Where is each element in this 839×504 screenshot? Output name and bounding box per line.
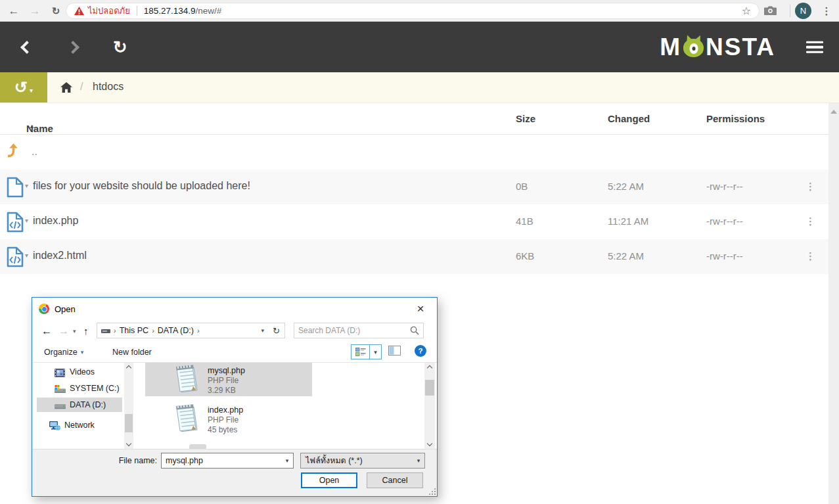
chrome-icon xyxy=(39,304,49,314)
file-tile-size: 3.29 KB xyxy=(208,386,245,396)
column-changed[interactable]: Changed xyxy=(608,113,650,124)
row-menu-icon[interactable]: ⋮ xyxy=(805,250,815,262)
file-tile-mysql[interactable]: mysql.php PHP File 3.29 KB xyxy=(145,363,312,396)
camera-icon[interactable] xyxy=(764,5,777,18)
sidebar-item-videos[interactable]: Videos xyxy=(37,365,122,379)
row-caret-icon[interactable]: ▾ xyxy=(25,252,28,259)
home-breadcrumb-icon[interactable] xyxy=(60,82,72,95)
breadcrumb-folder[interactable]: htdocs xyxy=(93,81,124,93)
table-row[interactable]: ▾ index.php 41B 11:21 AM -rw-r--r-- ⋮ xyxy=(0,204,828,239)
search-icon xyxy=(410,326,419,335)
browser-forward-icon[interactable]: → xyxy=(26,0,43,22)
open-button[interactable]: Open xyxy=(301,472,357,488)
combo-caret-icon[interactable]: ▾ xyxy=(413,457,424,464)
table-row-up[interactable]: .. xyxy=(0,135,828,170)
table-row[interactable]: ▾ index2.html 6KB 5:22 AM -rw-r--r-- ⋮ xyxy=(0,239,828,274)
preview-pane-icon[interactable] xyxy=(388,346,401,357)
sidebar-scrollbar[interactable] xyxy=(124,363,133,449)
file-name[interactable]: index.php xyxy=(33,215,78,227)
organize-button[interactable]: Organize ▾ xyxy=(44,342,83,362)
scrollbar-thumb[interactable] xyxy=(425,380,434,396)
row-menu-icon[interactable]: ⋮ xyxy=(805,181,815,193)
file-name-input[interactable] xyxy=(162,456,281,465)
hamburger-menu-icon[interactable] xyxy=(806,38,823,56)
file-name[interactable]: index2.html xyxy=(33,250,87,262)
address-bar[interactable]: ไม่ปลอดภัย 185.27.134.9/new/# ☆ xyxy=(66,3,760,19)
monsta-logo-suffix: NSTA xyxy=(706,34,775,61)
file-permissions: -rw-r--r-- xyxy=(706,250,743,262)
scrollbar-thumb[interactable] xyxy=(125,414,133,432)
history-dropdown-button[interactable]: ↺ ▾ xyxy=(0,72,47,103)
dialog-file-list[interactable]: mysql.php PHP File 3.29 KB xyxy=(133,363,424,449)
toolbar-divider xyxy=(790,5,790,17)
nav-up-icon[interactable]: ↑ xyxy=(83,320,89,342)
dialog-search-input[interactable] xyxy=(298,326,410,335)
file-permissions: -rw-r--r-- xyxy=(706,216,743,227)
sidebar-item-network[interactable]: Network xyxy=(37,418,122,432)
sidebar-item-label: SYSTEM (C:) xyxy=(70,384,120,393)
history-icon: ↺ xyxy=(14,80,28,95)
file-name-combo[interactable]: ▾ xyxy=(161,453,294,469)
monsta-back-icon[interactable] xyxy=(20,41,34,54)
address-refresh-icon[interactable]: ↻ xyxy=(268,323,285,338)
column-permissions[interactable]: Permissions xyxy=(706,113,765,124)
row-caret-icon[interactable]: ▾ xyxy=(25,217,28,224)
row-menu-icon[interactable]: ⋮ xyxy=(805,216,815,227)
nav-forward-icon[interactable]: → xyxy=(58,320,69,342)
path-data-drive[interactable]: DATA (D:) xyxy=(158,326,194,335)
new-folder-button[interactable]: New folder xyxy=(112,342,152,362)
dialog-close-icon[interactable]: × xyxy=(411,298,430,320)
views-caret-icon[interactable]: ▾ xyxy=(369,345,381,359)
scroll-down-icon[interactable] xyxy=(427,441,432,446)
monsta-refresh-icon[interactable]: ↻ xyxy=(113,37,127,57)
file-list-scrollbar[interactable] xyxy=(424,363,435,449)
sidebar-item-data-d[interactable]: DATA (D:) xyxy=(37,398,122,412)
scroll-up-icon[interactable] xyxy=(830,110,837,114)
bookmark-star-icon[interactable]: ☆ xyxy=(742,5,751,17)
cancel-button[interactable]: Cancel xyxy=(367,472,423,488)
views-split-button[interactable]: ▾ xyxy=(351,344,382,359)
browser-toolbar: ← → ↻ ไม่ปลอดภัย 185.27.134.9/new/# ☆ xyxy=(0,0,839,22)
nav-recent-caret-icon[interactable]: ▾ xyxy=(73,320,76,342)
views-icon[interactable] xyxy=(351,345,369,359)
dialog-address-bar[interactable]: › This PC › DATA (D:) › ▾ xyxy=(97,323,269,338)
dialog-search-box[interactable] xyxy=(294,323,424,338)
file-tile-name: mysql.php xyxy=(208,365,245,376)
table-row[interactable]: ▾ files for your website should be uploa… xyxy=(0,170,828,204)
scroll-down-icon[interactable] xyxy=(126,441,131,446)
up-directory-icon[interactable] xyxy=(7,142,20,160)
file-changed: 5:22 AM xyxy=(608,181,644,192)
help-icon[interactable]: ? xyxy=(415,345,426,357)
sort-asc-icon: ▲ xyxy=(29,123,35,129)
column-size[interactable]: Size xyxy=(516,113,535,124)
combo-caret-icon[interactable]: ▾ xyxy=(281,457,293,464)
nav-back-icon[interactable]: ← xyxy=(41,320,52,342)
partial-file-tile xyxy=(189,444,206,449)
file-permissions: -rw-r--r-- xyxy=(706,181,743,192)
browser-menu-icon[interactable]: ⋮ xyxy=(818,0,835,22)
monsta-forward-icon[interactable] xyxy=(66,41,79,54)
file-type-combo[interactable]: ไฟล์ทั้งหมด (*.*) ▾ xyxy=(300,453,425,469)
file-tile-index[interactable]: index.php PHP File 45 bytes xyxy=(145,402,312,437)
resize-grip[interactable] xyxy=(428,488,436,495)
sidebar-item-label: Network xyxy=(64,421,95,430)
network-icon xyxy=(49,421,60,435)
breadcrumb-separator: / xyxy=(80,81,83,93)
scroll-up-icon[interactable] xyxy=(427,365,432,371)
row-caret-icon[interactable]: ▾ xyxy=(25,182,28,189)
up-directory-label[interactable]: .. xyxy=(32,146,37,158)
browser-back-icon[interactable]: ← xyxy=(5,0,22,22)
scroll-up-icon[interactable] xyxy=(126,365,131,371)
file-tile-text: index.php PHP File 45 bytes xyxy=(208,405,243,435)
file-table-header: Name▲ Size Changed Permissions xyxy=(0,103,828,135)
profile-avatar[interactable]: N xyxy=(795,3,811,19)
path-this-pc[interactable]: This PC xyxy=(120,326,148,335)
security-warning[interactable]: ไม่ปลอดภัย xyxy=(74,4,130,18)
dialog-titlebar[interactable]: Open × xyxy=(32,298,437,320)
address-caret-icon[interactable]: ▾ xyxy=(261,327,264,334)
sidebar-item-system-c[interactable]: SYSTEM (C:) xyxy=(37,381,122,396)
file-name[interactable]: files for your website should be uploade… xyxy=(33,180,250,192)
new-folder-label: New folder xyxy=(112,348,152,357)
page-scrollbar[interactable] xyxy=(828,103,839,504)
browser-reload-icon[interactable]: ↻ xyxy=(47,0,64,22)
